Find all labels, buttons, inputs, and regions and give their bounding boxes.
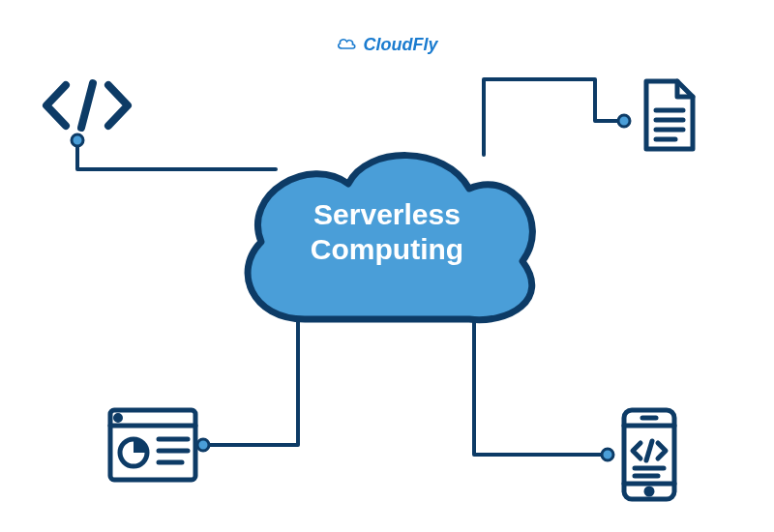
center-cloud: Serverless Computing bbox=[223, 126, 551, 339]
svg-line-21 bbox=[646, 441, 652, 460]
code-icon bbox=[39, 77, 135, 133]
svg-line-4 bbox=[81, 83, 93, 128]
document-icon bbox=[639, 77, 700, 153]
svg-point-0 bbox=[72, 134, 83, 146]
analytics-node bbox=[106, 406, 199, 484]
mobile-node bbox=[619, 406, 679, 503]
svg-point-20 bbox=[646, 488, 652, 494]
analytics-dashboard-icon bbox=[106, 406, 199, 484]
svg-point-1 bbox=[618, 115, 630, 127]
code-node bbox=[39, 77, 135, 133]
mobile-code-icon bbox=[619, 406, 679, 503]
document-node bbox=[639, 77, 700, 153]
diagram-stage: Serverless Computing bbox=[0, 0, 774, 532]
center-title: Serverless Computing bbox=[311, 197, 463, 267]
svg-point-11 bbox=[116, 416, 121, 421]
svg-point-3 bbox=[602, 449, 613, 460]
